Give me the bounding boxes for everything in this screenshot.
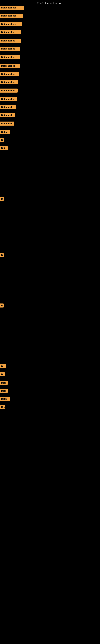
bottleneck-button-btn12[interactable]: Bottleneck r [0, 97, 17, 101]
bottleneck-button-btn18[interactable]: Bott [0, 146, 8, 150]
bottleneck-button-btn17[interactable]: B [0, 138, 3, 142]
bottleneck-button-btn1[interactable]: Bottleneck res [0, 6, 24, 10]
bottleneck-button-btn26[interactable]: Bottle [0, 397, 10, 401]
bottleneck-button-btn10[interactable]: Bottleneck re [0, 80, 18, 84]
bottleneck-button-btn22[interactable]: Bot [0, 364, 6, 368]
bottleneck-button-btn25[interactable]: Bott [0, 389, 8, 393]
bottleneck-button-btn24[interactable]: Bott [0, 381, 8, 385]
bottleneck-button-btn2[interactable]: Bottleneck res [0, 14, 23, 18]
bottleneck-button-btn6[interactable]: Bottleneck re [0, 47, 20, 51]
bottleneck-button-btn16[interactable]: Bottle [0, 130, 10, 134]
bottleneck-button-btn13[interactable]: Bottleneck [0, 105, 16, 109]
bottleneck-button-btn8[interactable]: Bottleneck re [0, 64, 20, 68]
bottleneck-button-btn5[interactable]: Bottleneck re [0, 39, 21, 43]
bottleneck-button-btn3[interactable]: Bottleneck res [0, 22, 22, 26]
bottleneck-button-btn7[interactable]: Bottleneck re [0, 55, 20, 59]
bottleneck-button-btn9[interactable]: Bottleneck re [0, 72, 19, 76]
bottleneck-button-btn4[interactable]: Bottleneck re [0, 30, 21, 34]
bottleneck-button-btn11[interactable]: Bottleneck re [0, 88, 18, 92]
bottleneck-button-btn23[interactable]: Bo [0, 372, 5, 376]
bottleneck-button-btn14[interactable]: Bottleneck [0, 113, 15, 117]
bottleneck-button-btn19[interactable]: B [0, 197, 3, 201]
bottleneck-button-btn15[interactable]: Bottleneck [0, 122, 14, 126]
bottleneck-button-btn27[interactable]: Bo [0, 405, 5, 409]
bottleneck-button-btn20[interactable]: B [0, 253, 3, 257]
bottleneck-button-btn21[interactable]: B [0, 304, 3, 308]
